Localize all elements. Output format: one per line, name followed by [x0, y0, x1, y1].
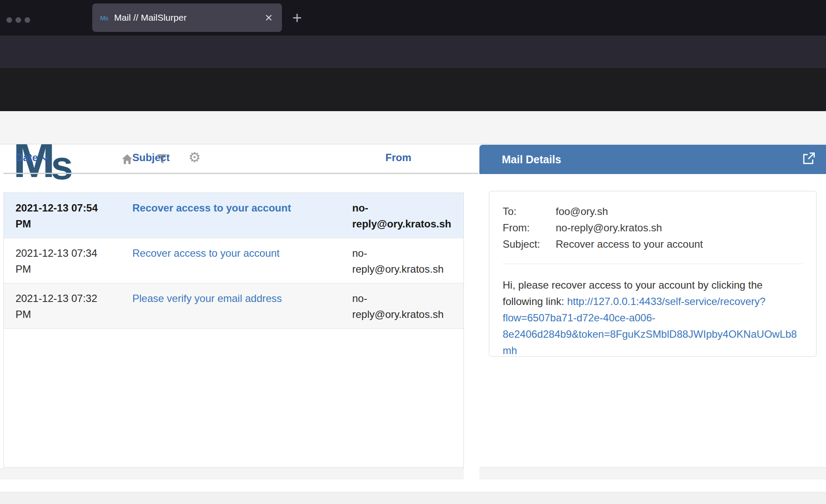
mail-date-cell: 2021-12-13 07:34 PM	[4, 245, 112, 277]
browser-tab[interactable]: Ms Mail // MailSlurper ×	[92, 3, 282, 32]
column-header-from[interactable]: From	[385, 152, 411, 164]
mailslurper-favicon: Ms	[100, 14, 108, 22]
mailslurper-navbar: M s ⚙	[0, 68, 826, 111]
subject-label: Subject:	[503, 236, 556, 252]
mail-subject-row: Subject: Recover access to your account	[503, 236, 803, 252]
window-dot[interactable]	[25, 17, 30, 23]
from-value: no-reply@ory.kratos.sh	[556, 220, 662, 236]
to-value: foo@ory.sh	[556, 203, 608, 220]
horizontal-scrollbar-track[interactable]	[0, 492, 826, 504]
to-label: To:	[503, 203, 556, 220]
mail-details-header: Mail Details	[479, 145, 826, 174]
mail-from-cell: no-reply@ory.kratos.sh	[352, 200, 463, 232]
from-label: From:	[503, 220, 556, 236]
tab-title: Mail // MailSlurper	[114, 12, 263, 23]
logo-letter-s: s	[51, 152, 73, 179]
mail-body: Hi, please recover access to your accoun…	[503, 277, 804, 359]
table-row[interactable]: 2021-12-13 07:54 PMRecover access to you…	[4, 193, 463, 238]
browser-tab-bar: Ms Mail // MailSlurper × +	[0, 0, 826, 35]
mail-date-cell: 2021-12-13 07:32 PM	[4, 290, 112, 322]
actions-toolbar: Refresh Search i	[0, 111, 826, 144]
window-controls[interactable]	[6, 17, 30, 23]
details-divider	[503, 264, 803, 264]
tab-close-icon[interactable]: ×	[263, 11, 274, 24]
mail-to-row: To: foo@ory.sh	[503, 203, 803, 220]
mail-details-card: To: foo@ory.sh From: no-reply@ory.kratos…	[489, 191, 817, 357]
table-row[interactable]: 2021-12-13 07:34 PMRecover access to you…	[4, 238, 463, 283]
mail-details-title: Mail Details	[502, 153, 802, 166]
sort-chevron-down-icon	[42, 152, 49, 164]
mail-subject-link[interactable]: Recover access to your account	[112, 245, 352, 277]
mail-date-cell: 2021-12-13 07:54 PM	[4, 200, 112, 232]
bottom-white-strip	[0, 479, 826, 492]
mail-from-row: From: no-reply@ory.kratos.sh	[503, 220, 803, 236]
bottom-gray-strip	[0, 468, 826, 479]
home-icon[interactable]	[121, 152, 134, 165]
settings-gear-icon[interactable]: ⚙	[188, 151, 201, 164]
mail-subject-link[interactable]: Recover access to your account	[112, 200, 352, 232]
date-header-label: Date	[16, 152, 38, 164]
subject-value: Recover access to your account	[556, 236, 703, 252]
table-header-divider	[3, 173, 478, 174]
browser-url-toolbar: ← → ⟳ 127.0.0.1:4436/# 90% ☆ »	[0, 35, 826, 68]
external-link-icon[interactable]	[802, 152, 816, 167]
panel-gap	[464, 468, 479, 479]
column-header-date[interactable]: Date	[16, 152, 49, 164]
table-row[interactable]: 2021-12-13 07:32 PMPlease verify your em…	[4, 283, 463, 329]
from-header-label: From	[385, 152, 411, 164]
window-dot[interactable]	[16, 17, 21, 23]
column-header-subject[interactable]: Subject	[132, 152, 170, 164]
mail-list: 2021-12-13 07:54 PMRecover access to you…	[3, 193, 464, 468]
mail-from-cell: no-reply@ory.kratos.sh	[352, 290, 463, 322]
subject-header-label: Subject	[132, 152, 170, 164]
window-dot[interactable]	[6, 17, 12, 23]
mail-from-cell: no-reply@ory.kratos.sh	[352, 245, 463, 277]
new-tab-button[interactable]: +	[292, 9, 302, 26]
mail-subject-link[interactable]: Please verify your email address	[112, 290, 352, 322]
